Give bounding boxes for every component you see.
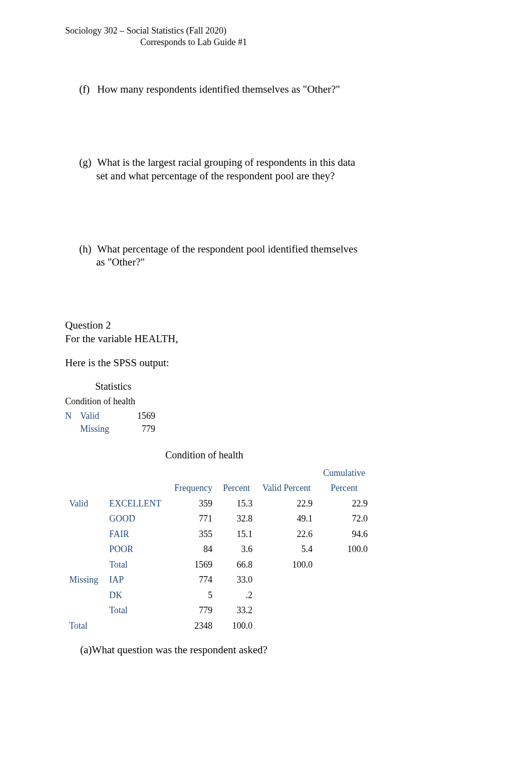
frequency-table-title: Condition of health xyxy=(165,449,467,461)
row-valid-percent: 22.9 xyxy=(256,496,317,511)
row-category: POOR xyxy=(105,542,170,557)
row-frequency: 2348 xyxy=(170,618,216,634)
row-percent: 66.8 xyxy=(216,557,256,573)
page-header: Sociology 302 – Social Statistics (Fall … xyxy=(65,25,467,48)
row-percent: 100.0 xyxy=(216,618,256,634)
row-valid-percent: 100.0 xyxy=(256,557,317,573)
row-category: IAP xyxy=(105,572,170,588)
question-2-output-line: Here is the SPSS output: xyxy=(65,356,467,369)
row-group xyxy=(65,557,105,573)
row-category: GOOD xyxy=(105,511,170,527)
row-cumulative-percent: 72.0 xyxy=(317,511,372,527)
header-subtitle: Corresponds to Lab Guide #1 xyxy=(65,37,467,48)
table-row: DK5.2 xyxy=(65,588,372,603)
row-group: Valid xyxy=(65,496,105,511)
row-cumulative-percent xyxy=(317,618,372,634)
table-row: POOR843.65.4100.0 xyxy=(65,542,372,557)
row-valid-percent xyxy=(256,603,317,618)
header-cumulative-percent: Percent xyxy=(317,480,372,496)
row-cumulative-percent: 94.6 xyxy=(317,527,372,542)
row-category: FAIR xyxy=(105,527,170,542)
row-cumulative-percent xyxy=(317,603,372,618)
row-percent: 32.8 xyxy=(216,511,256,527)
frequency-table: Cumulative Frequency Percent Valid Perce… xyxy=(65,465,372,634)
question-a-text: What question was the respondent asked? xyxy=(92,644,267,656)
stats-n-label: N xyxy=(65,409,80,423)
question-f-text: How many respondents identified themselv… xyxy=(97,83,467,96)
table-row: Total156966.8100.0 xyxy=(65,557,372,573)
row-group xyxy=(65,588,105,603)
row-group xyxy=(65,603,105,618)
table-header-row: Cumulative xyxy=(65,465,372,481)
question-g-text2: set and what percentage of the responden… xyxy=(65,169,467,182)
row-valid-percent xyxy=(256,588,317,603)
question-h: (h) What percentage of the respondent po… xyxy=(65,242,467,269)
row-cumulative-percent: 100.0 xyxy=(317,542,372,557)
question-h-label: (h) xyxy=(79,242,96,255)
row-frequency: 355 xyxy=(170,527,216,542)
row-percent: .2 xyxy=(216,588,256,603)
row-cumulative-percent xyxy=(317,588,372,603)
row-frequency: 771 xyxy=(170,511,216,527)
table-header-row: Frequency Percent Valid Percent Percent xyxy=(65,480,372,496)
statistics-table: N Valid 1569 Missing 779 xyxy=(65,409,160,436)
row-group xyxy=(65,527,105,542)
row-category: Total xyxy=(105,603,170,618)
table-row: ValidEXCELLENT35915.322.922.9 xyxy=(65,496,372,511)
question-f-label: (f) xyxy=(79,83,96,96)
row-percent: 15.1 xyxy=(216,527,256,542)
row-valid-percent xyxy=(256,618,317,634)
question-h-text1: What percentage of the respondent pool i… xyxy=(97,242,467,255)
table-row: N Valid 1569 xyxy=(65,409,160,423)
table-row: MissingIAP77433.0 xyxy=(65,572,372,588)
row-category: EXCELLENT xyxy=(105,496,170,511)
row-percent: 33.2 xyxy=(216,603,256,618)
row-frequency: 359 xyxy=(170,496,216,511)
question-f: (f) How many respondents identified them… xyxy=(65,83,467,96)
row-cumulative-percent xyxy=(317,557,372,573)
row-group: Total xyxy=(65,618,105,634)
stats-valid-label: Valid xyxy=(80,409,130,423)
question-2-section: Question 2 For the variable HEALTH, Here… xyxy=(65,319,467,369)
worksheet-page: Sociology 302 – Social Statistics (Fall … xyxy=(0,0,532,696)
table-row: GOOD77132.849.172.0 xyxy=(65,511,372,527)
header-valid-percent: Valid Percent xyxy=(256,480,317,496)
row-category: DK xyxy=(105,588,170,603)
stats-missing-label: Missing xyxy=(80,422,130,436)
question-g-label: (g) xyxy=(79,156,96,169)
row-frequency: 5 xyxy=(170,588,216,603)
row-percent: 33.0 xyxy=(216,572,256,588)
row-valid-percent: 49.1 xyxy=(256,511,317,527)
spss-statistics-block: Statistics Condition of health N Valid 1… xyxy=(65,380,467,436)
stats-valid-value: 1569 xyxy=(130,409,160,423)
row-cumulative-percent xyxy=(317,572,372,588)
question-h-text2: as "Other?" xyxy=(65,255,467,269)
table-row: Total77933.2 xyxy=(65,603,372,618)
table-row: Total2348100.0 xyxy=(65,618,372,634)
question-g-text1: What is the largest racial grouping of r… xyxy=(97,156,467,169)
row-percent: 15.3 xyxy=(216,496,256,511)
header-percent: Percent xyxy=(216,480,256,496)
header-cumulative: Cumulative xyxy=(317,465,372,481)
row-category xyxy=(105,618,170,634)
row-cumulative-percent: 22.9 xyxy=(317,496,372,511)
row-category: Total xyxy=(105,557,170,573)
statistics-subtitle: Condition of health xyxy=(65,396,467,407)
row-frequency: 84 xyxy=(170,542,216,557)
row-valid-percent: 22.6 xyxy=(256,527,317,542)
table-row: Missing 779 xyxy=(65,422,160,436)
row-group xyxy=(65,542,105,557)
row-valid-percent: 5.4 xyxy=(256,542,317,557)
question-2-varline: For the variable HEALTH, xyxy=(65,332,467,345)
question-a-label: (a) xyxy=(80,644,92,656)
row-frequency: 774 xyxy=(170,572,216,588)
row-frequency: 1569 xyxy=(170,557,216,573)
question-a: (a)What question was the respondent aske… xyxy=(65,643,467,656)
stats-missing-value: 779 xyxy=(130,422,160,436)
row-group: Missing xyxy=(65,572,105,588)
row-valid-percent xyxy=(256,572,317,588)
statistics-title: Statistics xyxy=(95,380,467,393)
header-frequency: Frequency xyxy=(170,480,216,496)
table-row: FAIR35515.122.694.6 xyxy=(65,527,372,542)
row-percent: 3.6 xyxy=(216,542,256,557)
